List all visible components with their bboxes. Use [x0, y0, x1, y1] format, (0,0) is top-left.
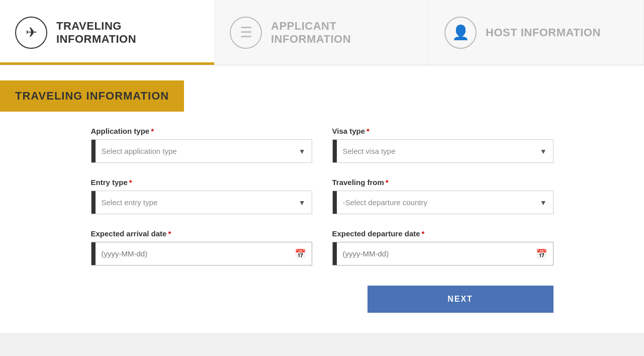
departure-date-left-bar	[333, 242, 337, 265]
arrival-date-input-wrapper: 📅	[91, 242, 312, 265]
arrival-date-input[interactable]	[96, 242, 289, 265]
main-content: TRAVELING INFORMATION Application type* …	[0, 65, 644, 333]
visa-type-required: *	[366, 127, 370, 135]
arrival-date-label: Expected arrival date*	[91, 229, 312, 238]
section-title: TRAVELING INFORMATION	[15, 90, 169, 102]
form-group-visa-type: Visa type* Select visa type ▼	[332, 127, 554, 163]
form-row-3: Expected arrival date* 📅 Expected depart…	[91, 229, 554, 265]
applicant-icon: ☰	[230, 17, 262, 49]
visa-type-select-wrapper: Select visa type ▼	[332, 139, 554, 163]
entry-type-left-bar	[91, 191, 96, 214]
departure-date-label: Expected departure date*	[332, 229, 554, 238]
departure-date-calendar-icon[interactable]: 📅	[530, 248, 553, 259]
departure-date-input-wrapper: 📅	[332, 242, 554, 265]
application-type-select-wrapper: Select application type ▼	[91, 139, 312, 163]
entry-type-label: Entry type*	[91, 178, 312, 187]
form-group-application-type: Application type* Select application typ…	[91, 127, 312, 163]
top-navigation: ✈ TRAVELING INFORMATION ☰ APPLICANT INFO…	[0, 0, 644, 65]
form-group-departure-date: Expected departure date* 📅	[332, 229, 554, 265]
visa-type-label: Visa type*	[332, 127, 554, 135]
tab-host-label: HOST INFORMATION	[486, 26, 601, 39]
visa-type-left-bar	[333, 140, 337, 162]
arrival-date-calendar-icon[interactable]: 📅	[289, 248, 312, 259]
traveling-from-required: *	[386, 178, 389, 187]
next-button[interactable]: NEXT	[367, 286, 554, 313]
entry-type-required: *	[129, 178, 132, 187]
button-row: NEXT	[91, 286, 554, 313]
form-group-traveling-from: Traveling from* -Select departure countr…	[332, 178, 554, 214]
tab-host[interactable]: 👤 HOST INFORMATION	[429, 0, 644, 65]
tab-traveling-label: TRAVELING INFORMATION	[56, 20, 199, 46]
form-group-entry-type: Entry type* Select entry type ▼	[91, 178, 312, 214]
traveling-from-select-wrapper: -Select departure country ▼	[332, 191, 554, 214]
application-type-label: Application type*	[91, 127, 312, 135]
departure-date-required: *	[422, 229, 425, 238]
form-row-2: Entry type* Select entry type ▼ Travelin…	[91, 178, 554, 214]
traveling-from-left-bar	[333, 191, 337, 214]
departure-date-input[interactable]	[337, 242, 530, 265]
host-icon: 👤	[444, 17, 477, 49]
tab-applicant-label: APPLICANT INFORMATION	[271, 20, 414, 46]
form-group-arrival-date: Expected arrival date* 📅	[91, 229, 312, 265]
tab-traveling[interactable]: ✈ TRAVELING INFORMATION	[0, 0, 215, 65]
arrival-date-left-bar	[91, 242, 96, 265]
entry-type-select-wrapper: Select entry type ▼	[91, 191, 312, 214]
visa-type-select[interactable]: Select visa type	[337, 140, 553, 162]
tab-applicant[interactable]: ☰ APPLICANT INFORMATION	[215, 0, 429, 65]
application-type-left-bar	[91, 140, 96, 162]
form-container: Application type* Select application typ…	[71, 127, 574, 313]
application-type-required: *	[151, 127, 154, 135]
section-header: TRAVELING INFORMATION	[0, 80, 184, 112]
traveling-icon: ✈	[15, 17, 47, 49]
traveling-from-select[interactable]: -Select departure country	[337, 191, 553, 214]
application-type-select[interactable]: Select application type	[96, 140, 312, 162]
traveling-from-label: Traveling from*	[332, 178, 554, 187]
arrival-date-required: *	[168, 229, 171, 238]
entry-type-select[interactable]: Select entry type	[96, 191, 312, 214]
form-row-1: Application type* Select application typ…	[91, 127, 554, 163]
